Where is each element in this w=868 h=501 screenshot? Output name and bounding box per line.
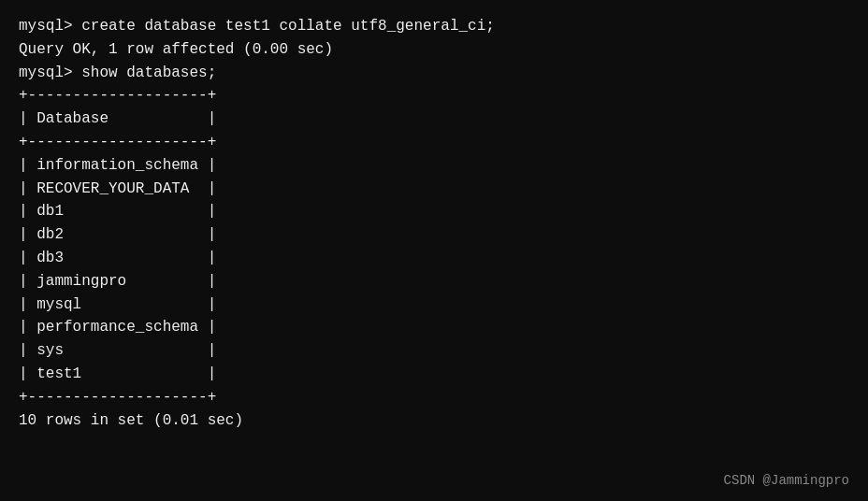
terminal-line: | db1 | [19,200,849,223]
terminal-line: | sys | [19,339,849,363]
terminal-line: | test1 | [19,363,849,386]
terminal-line: mysql> create database test1 collate utf… [19,15,849,38]
terminal-line: | db3 | [19,247,849,270]
terminal-line: 10 rows in set (0.01 sec) [19,409,849,433]
terminal-line: +--------------------+ [19,386,849,409]
terminal-line: | db2 | [19,223,849,247]
terminal-line: | performance_schema | [19,316,849,339]
watermark: CSDN @Jammingpro [724,473,849,488]
terminal-line: +--------------------+ [19,131,849,154]
terminal-line: | Database | [19,107,849,131]
terminal-line: mysql> show databases; [19,62,849,85]
terminal-line: +--------------------+ [19,84,849,107]
terminal-line: | jammingpro | [19,270,849,293]
terminal-line: | RECOVER_YOUR_DATA | [19,178,849,201]
terminal-window: mysql> create database test1 collate utf… [0,0,868,501]
terminal-line: | information_schema | [19,154,849,178]
terminal-output: mysql> create database test1 collate utf… [19,15,849,432]
terminal-line: | mysql | [19,293,849,317]
terminal-line: Query OK, 1 row affected (0.00 sec) [19,38,849,62]
